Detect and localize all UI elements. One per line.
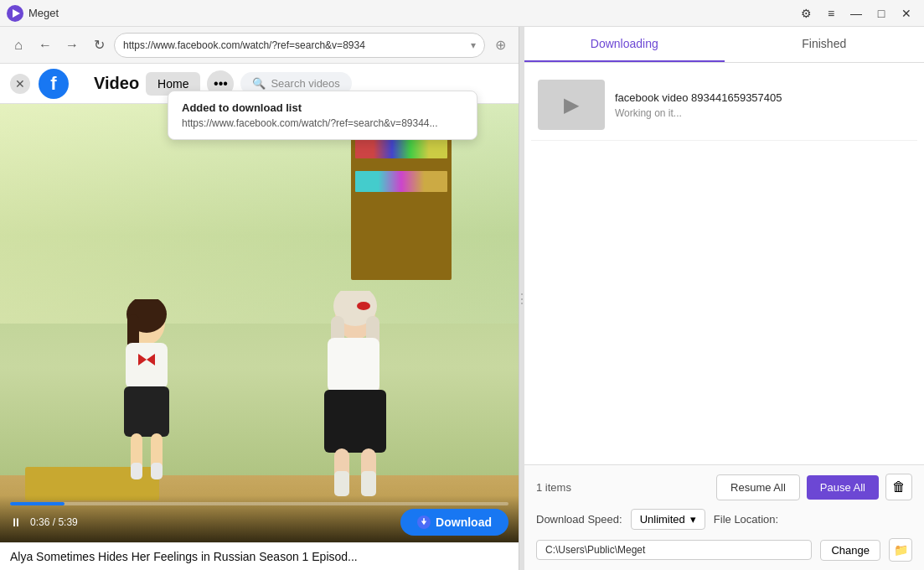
play-pause-button[interactable]: ⏸ xyxy=(10,516,22,529)
time-display: 0:36 / 5:39 xyxy=(30,516,78,528)
video-thumbnail xyxy=(0,104,519,542)
settings-button[interactable]: ⚙ xyxy=(795,3,817,24)
back-button[interactable]: ← xyxy=(34,34,57,57)
location-label: File Location: xyxy=(714,513,778,526)
fb-search-placeholder: Search videos xyxy=(271,77,339,90)
minimize-button[interactable]: — xyxy=(845,3,867,24)
video-area[interactable]: ⏸ 0:36 / 5:39 Download xyxy=(0,104,519,542)
address-input-wrap: ▾ xyxy=(114,33,485,58)
folder-icon: 📁 xyxy=(894,543,908,557)
main-layout: ⌂ ← → ↻ ▾ ⊕ Added to download list https… xyxy=(0,27,924,570)
video-controls: ⏸ 0:36 / 5:39 Download xyxy=(0,495,519,542)
app-title: Meget xyxy=(28,7,795,19)
address-dropdown-icon: ▾ xyxy=(471,39,476,51)
file-location-input[interactable] xyxy=(536,540,812,560)
action-buttons: Resume All Pause All 🗑 xyxy=(716,474,912,500)
download-status: Working on it... xyxy=(615,107,911,119)
svg-rect-26 xyxy=(423,518,425,522)
menu-button[interactable]: ≡ xyxy=(820,3,842,24)
download-info: facebook video 893441659357405 Working o… xyxy=(615,91,911,119)
browser-panel: ⌂ ← → ↻ ▾ ⊕ Added to download list https… xyxy=(0,27,519,570)
progress-bar-fill xyxy=(10,502,65,505)
bottom-bar: 1 items Resume All Pause All 🗑 Download … xyxy=(524,464,924,570)
pause-all-button[interactable]: Pause All xyxy=(807,475,879,500)
delete-button[interactable]: 🗑 xyxy=(885,474,912,500)
download-thumbnail: ▶ xyxy=(538,80,605,130)
download-button[interactable]: Download xyxy=(400,509,508,536)
notification-url: https://www.facebook.com/watch/?ref=sear… xyxy=(182,117,463,129)
title-bar: Meget ⚙ ≡ — □ ✕ xyxy=(0,0,924,27)
svg-rect-5 xyxy=(126,343,168,389)
search-icon: 🔍 xyxy=(252,77,266,90)
fb-section-title: Video xyxy=(94,74,139,93)
change-button[interactable]: Change xyxy=(820,540,880,561)
svg-rect-18 xyxy=(328,338,379,392)
svg-rect-19 xyxy=(324,390,386,453)
reload-button[interactable]: ↻ xyxy=(87,34,111,57)
svg-rect-11 xyxy=(131,463,142,479)
folder-button[interactable]: 📁 xyxy=(889,538,912,562)
bottom-row1: 1 items Resume All Pause All 🗑 xyxy=(536,474,912,500)
download-name: facebook video 893441659357405 xyxy=(615,91,911,104)
notification-title: Added to download list xyxy=(182,101,463,114)
svg-point-17 xyxy=(357,302,370,310)
speed-label: Download Speed: xyxy=(536,513,622,526)
address-input[interactable] xyxy=(123,39,467,51)
speed-select[interactable]: Unlimited ▾ xyxy=(631,509,705,530)
app-logo xyxy=(7,5,23,22)
svg-rect-22 xyxy=(334,471,349,496)
bottom-row2: Download Speed: Unlimited ▾ File Locatio… xyxy=(536,509,912,562)
svg-rect-23 xyxy=(361,471,376,496)
home-button[interactable]: ⌂ xyxy=(7,34,30,57)
resume-all-button[interactable]: Resume All xyxy=(716,474,800,500)
maximize-button[interactable]: □ xyxy=(870,3,892,24)
notification-popup: Added to download list https://www.faceb… xyxy=(168,91,477,140)
controls-row: ⏸ 0:36 / 5:39 Download xyxy=(10,509,508,536)
progress-bar[interactable] xyxy=(10,502,508,505)
tab-downloading[interactable]: Downloading xyxy=(524,27,725,62)
character-right xyxy=(301,291,410,509)
svg-rect-8 xyxy=(124,386,169,437)
character-left xyxy=(101,299,193,492)
bookmark-button[interactable]: ⊕ xyxy=(488,34,512,57)
download-item: ▶ facebook video 893441659357405 Working… xyxy=(531,70,917,141)
download-list: ▶ facebook video 893441659357405 Working… xyxy=(524,63,924,464)
close-button[interactable]: ✕ xyxy=(896,3,917,24)
tab-finished[interactable]: Finished xyxy=(725,27,925,62)
svg-rect-12 xyxy=(151,463,163,479)
fb-close-button[interactable]: ✕ xyxy=(10,74,30,94)
download-panel: Downloading Finished ▶ facebook video 89… xyxy=(524,27,924,570)
forward-button[interactable]: → xyxy=(60,34,84,57)
window-controls: ⚙ ≡ — □ ✕ xyxy=(795,3,917,24)
download-icon xyxy=(417,516,431,529)
video-title: Alya Sometimes Hides Her Feelings in Rus… xyxy=(0,542,519,570)
download-tabs: Downloading Finished xyxy=(524,27,924,63)
facebook-logo: f xyxy=(39,69,69,99)
play-icon: ▶ xyxy=(564,93,579,117)
items-count: 1 items xyxy=(536,481,571,494)
bookshelf xyxy=(351,129,452,280)
trash-icon: 🗑 xyxy=(892,479,906,495)
address-bar: ⌂ ← → ↻ ▾ ⊕ xyxy=(0,27,519,64)
